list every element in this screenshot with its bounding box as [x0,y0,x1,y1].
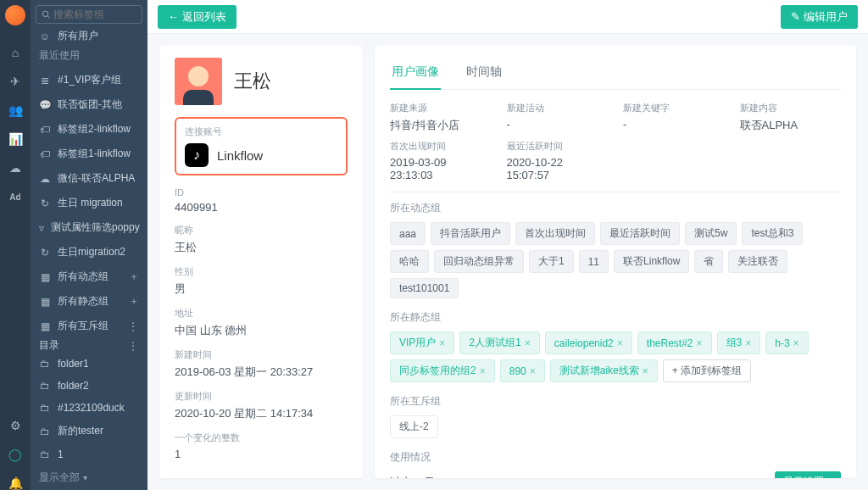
sidebar-recent-item[interactable]: ↻生日 migration [31,191,147,215]
remove-icon[interactable]: × [439,337,445,349]
sidebar-group-item[interactable]: ▦所有动态组＋ [31,264,147,289]
folder-icon: 🗀 [39,358,51,370]
sidebar-recent-item[interactable]: ↻生日migration2 [31,240,147,264]
sidebar-show-all[interactable]: 显示全部 ▾ [31,465,147,490]
plus-icon[interactable]: ＋ [129,294,139,309]
remove-icon[interactable]: × [617,337,623,349]
tabs: 用户画像 时间轴 [390,58,841,90]
sidebar-recent-item[interactable]: 🏷标签组2-linkflow [31,117,147,142]
static-tag[interactable]: VIP用户× [390,331,454,354]
sidebar-folder-item[interactable]: 🗀新的tester [31,419,147,443]
dynamic-tag[interactable]: 关注联否 [728,250,787,273]
search-input[interactable] [53,8,136,20]
chevron-down-icon: ▾ [83,473,87,482]
dynamic-tag[interactable]: 最近活跃时间 [600,222,680,245]
remove-icon[interactable]: × [793,337,799,349]
static-tag[interactable]: 同步标签用的组2× [390,359,495,382]
field-label: 地址 [175,307,348,320]
detail-panel: 用户画像 时间轴 新建来源抖音/抖音小店新建活动-新建关键字-新建内容联否ALP… [375,46,856,478]
dynamic-tag[interactable]: 首次出现时间 [515,222,595,245]
send-icon[interactable]: ✈ [8,75,22,88]
dynamic-tag[interactable]: aaa [390,222,426,245]
sidebar-all-users[interactable]: ☺ 所有用户 [31,29,147,43]
users-icon[interactable]: 👥 [8,103,22,117]
sidebar-recent-item[interactable]: 🏷标签组1-linkflow [31,142,147,166]
dynamic-tag[interactable]: 哈哈 [390,250,429,273]
profile-field: 昵称王松 [175,224,348,255]
mutex-tag[interactable]: 线上-2 [390,415,438,438]
sidebar-folder-item[interactable]: 🗀1 [31,443,147,465]
remove-icon[interactable]: × [697,337,703,349]
sidebar-recent-item[interactable]: 💬联否饭团-其他 [31,92,147,117]
field-label: 最近活跃时间 [507,140,609,153]
remove-icon[interactable]: × [480,365,486,377]
remove-icon[interactable]: × [745,337,751,349]
static-tag[interactable]: 组3× [717,331,761,354]
tab-user-portrait[interactable]: 用户画像 [390,58,441,90]
static-tag[interactable]: 2人测试组1× [459,331,539,354]
refresh-icon: ↻ [39,247,51,259]
dynamic-tag[interactable]: test101001 [390,278,459,298]
static-tag[interactable]: theRest#2× [637,331,712,354]
tab-timeline[interactable]: 时间轴 [465,58,504,89]
edit-user-button[interactable]: ✎ 编辑用户 [781,5,858,29]
notify-icon[interactable]: 🔔 [8,476,22,490]
remove-icon[interactable]: × [643,365,648,377]
help-icon[interactable]: ◯ [8,448,22,461]
svg-line-1 [47,16,50,19]
summary-field: 新建关键字- [623,102,725,133]
dynamic-tag[interactable]: 11 [579,250,609,273]
dynamic-tags-row: aaa抖音活跃用户首次出现时间最近活跃时间测试5wtest总和3哈哈回归动态组异… [390,222,841,298]
search-icon [42,9,50,19]
dynamic-tag[interactable]: 回归动态组异常 [434,250,524,273]
more-icon[interactable]: ⋮ [128,320,139,332]
dynamic-tag[interactable]: 测试5w [685,222,737,245]
field-label: 新建内容 [740,102,842,114]
dynamic-tag[interactable]: 省 [694,250,723,273]
settings-icon[interactable]: ⚙ [8,419,22,432]
static-tag[interactable]: 测试新增aike线索× [550,359,658,382]
sidebar-recent-item[interactable]: ▿测试属性筛选poppy [31,215,147,240]
field-label: 性别 [175,265,348,278]
grid-icon: ▦ [39,296,51,308]
sidebar-item-label: 生日 migration [58,196,123,210]
dynamic-tag[interactable]: 大于1 [529,250,574,273]
dynamic-tag[interactable]: 抖音活跃用户 [431,222,510,245]
sidebar-folder-item[interactable]: 🗀folder1 [31,353,147,375]
analytics-icon[interactable]: 📊 [8,132,22,146]
wechat-rail-icon[interactable]: ☁ [8,161,22,175]
sidebar-group-item[interactable]: ▦所有静态组＋ [31,289,147,314]
sidebar-group-item[interactable]: ▦所有互斥组⋮ [31,314,147,338]
static-tag[interactable]: 890× [500,359,545,382]
plus-icon[interactable]: ＋ [129,270,139,284]
more-icon[interactable]: ⋮ [128,340,139,352]
summary-field: 新建内容联否ALPHA [740,102,842,133]
speech-icon: 💬 [39,99,51,111]
static-tag[interactable]: caileiopenid2× [545,331,632,354]
sidebar-folder-item[interactable]: 🗀folder2 [31,375,147,397]
add-to-tag-group-button[interactable]: + 添加到标签组 [663,359,751,382]
sidebar-folder-item[interactable]: 🗀#1232109duck [31,397,147,419]
dynamic-tag[interactable]: 联否Linkflow [614,250,689,273]
remove-icon[interactable]: × [530,365,536,377]
sidebar-item-label: 所有互斥组 [58,319,108,333]
tiktok-icon: ♪ [185,143,209,167]
back-button[interactable]: ← 返回列表 [158,5,236,29]
mutex-tags-row: 线上-2 [390,415,841,438]
field-value: - [623,118,725,131]
sidebar-directory[interactable]: 目录 ⋮ [31,338,147,353]
sidebar-item-label: 测试属性筛选poppy [51,220,140,235]
search-tag-group[interactable] [36,5,142,24]
profile-field: 性别男 [175,265,348,297]
summary-field: 最近活跃时间2020-10-22 15:07:57 [507,140,609,181]
home-icon[interactable]: ⌂ [8,46,22,59]
static-tag[interactable]: h-3× [765,331,808,354]
remove-icon[interactable]: × [525,337,531,349]
sidebar-recent-item[interactable]: ≣#1_VIP客户组 [31,68,147,92]
ad-icon[interactable]: Ad [8,190,22,203]
dynamic-tag[interactable]: test总和3 [742,222,803,245]
display-settings-button[interactable]: 显示设置 ▾ [775,471,841,478]
wechat-icon: ☁ [39,173,51,185]
sidebar-item-label: 所有动态组 [58,270,108,284]
sidebar-recent-item[interactable]: ☁微信-联否ALPHA [31,166,147,191]
